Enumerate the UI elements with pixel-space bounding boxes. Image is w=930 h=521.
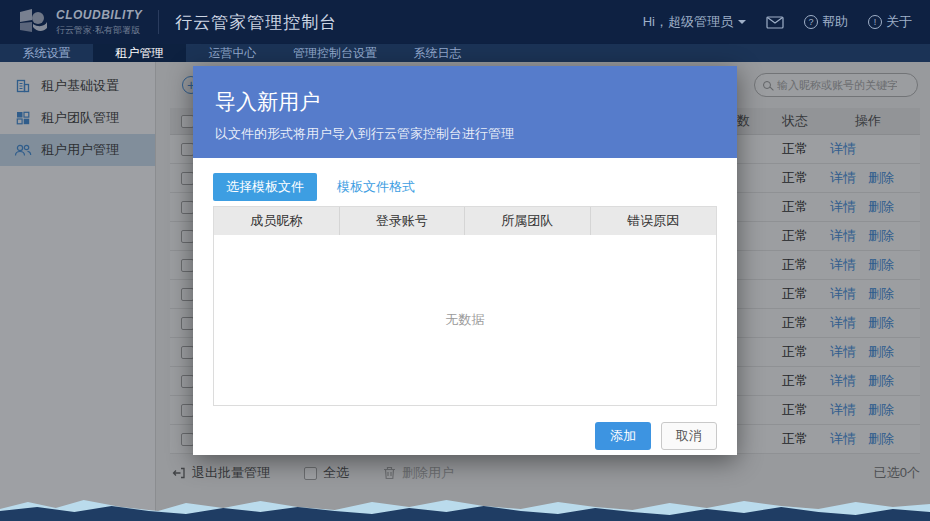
import-column-header: 所属团队 [465, 207, 591, 235]
nav-tab-operation-center[interactable]: 运营中心 [186, 44, 279, 62]
user-greeting: Hi，超级管理员 [643, 13, 733, 31]
template-format-link[interactable]: 模板文件格式 [337, 178, 415, 196]
logo: CLOUDBILITY 行云管家·私有部署版 [18, 8, 142, 37]
add-button[interactable]: 添加 [595, 422, 651, 450]
choose-template-file-button[interactable]: 选择模板文件 [213, 173, 317, 201]
modal-subtitle: 以文件的形式将用户导入到行云管家控制台进行管理 [215, 125, 715, 143]
empty-state-text: 无数据 [446, 311, 485, 329]
about-icon: ! [868, 15, 882, 29]
import-column-header: 成员昵称 [214, 207, 340, 235]
page-title: 行云管家管理控制台 [175, 11, 337, 34]
help-button[interactable]: ? 帮助 [804, 13, 848, 31]
nav-tab-console-settings[interactable]: 管理控制台设置 [279, 44, 391, 62]
import-user-modal: 导入新用户 以文件的形式将用户导入到行云管家控制台进行管理 选择模板文件 模板文… [193, 66, 737, 455]
about-label: 关于 [886, 13, 912, 31]
logo-subtitle: 行云管家·私有部署版 [56, 24, 142, 37]
import-preview-table: 成员昵称登录账号所属团队错误原因 无数据 [213, 206, 717, 406]
user-menu[interactable]: Hi，超级管理员 [643, 13, 746, 31]
import-table-header: 成员昵称登录账号所属团队错误原因 [214, 207, 716, 235]
import-column-header: 登录账号 [340, 207, 466, 235]
app-header: CLOUDBILITY 行云管家·私有部署版 行云管家管理控制台 Hi，超级管理… [0, 0, 930, 44]
modal-title: 导入新用户 [215, 88, 715, 116]
mail-icon [766, 16, 784, 29]
header-divider [158, 10, 159, 34]
chevron-down-icon [738, 20, 746, 28]
help-label: 帮助 [822, 13, 848, 31]
nav-tab-system-settings[interactable]: 系统设置 [0, 44, 93, 62]
nav-tab-tenant-management[interactable]: 租户管理 [93, 44, 186, 62]
nav-tab-system-logs[interactable]: 系统日志 [391, 44, 484, 62]
logo-title: CLOUDBILITY [56, 8, 142, 22]
messages-button[interactable] [766, 16, 784, 29]
cloudbility-logo-icon [18, 9, 48, 35]
help-icon: ? [804, 15, 818, 29]
import-table-body: 无数据 [214, 235, 716, 405]
cancel-button[interactable]: 取消 [661, 422, 717, 450]
import-column-header: 错误原因 [591, 207, 717, 235]
about-button[interactable]: ! 关于 [868, 13, 912, 31]
modal-header: 导入新用户 以文件的形式将用户导入到行云管家控制台进行管理 [193, 66, 737, 158]
main-nav: 系统设置租户管理运营中心管理控制台设置系统日志 [0, 44, 930, 62]
